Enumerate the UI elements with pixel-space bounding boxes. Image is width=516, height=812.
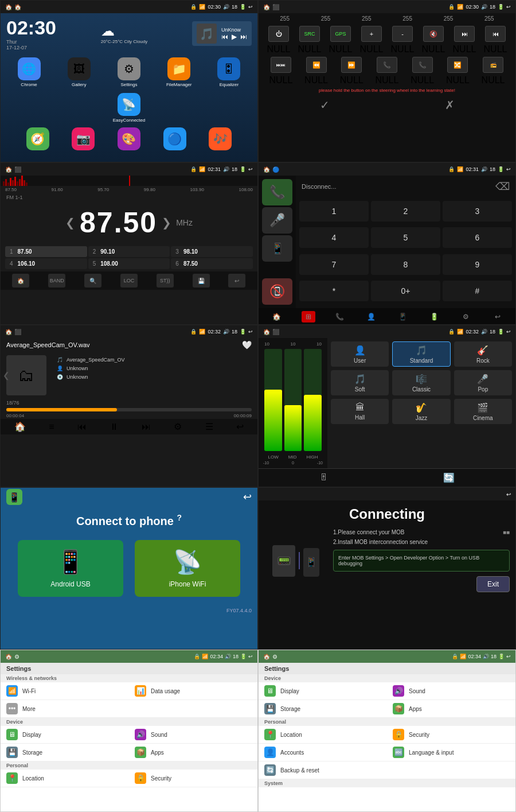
apps-item-9[interactable]: 📦 Apps bbox=[129, 744, 257, 762]
data-usage-item[interactable]: 📊 Data usage bbox=[129, 682, 257, 700]
apps-item-10[interactable]: 📦 Apps bbox=[387, 700, 515, 718]
bt-battery-btn[interactable]: 🔋 bbox=[428, 311, 441, 323]
prev-btn[interactable]: ⏮ bbox=[221, 33, 228, 41]
sound-item-9[interactable]: 🔊 Sound bbox=[129, 726, 257, 744]
dock-bluetooth[interactable]: 🔵 bbox=[163, 127, 186, 150]
sw-gps-btn[interactable]: GPS bbox=[330, 26, 351, 42]
android-usb-option[interactable]: 📱 Android USB bbox=[18, 540, 123, 597]
bt-back-btn[interactable]: ↩ bbox=[491, 311, 505, 323]
app-gallery[interactable]: 🖼 Gallery bbox=[56, 57, 101, 87]
eq-preset-user[interactable]: 👤 User bbox=[331, 341, 389, 367]
more-item[interactable]: ••• More bbox=[1, 700, 257, 718]
sw-mute-btn[interactable]: 🔇 bbox=[423, 26, 444, 42]
app-filemanager[interactable]: 📁 FileManager bbox=[157, 57, 202, 87]
bt-settings-btn[interactable]: ⚙ bbox=[459, 311, 473, 323]
radio-save-btn[interactable]: 💾 bbox=[193, 274, 210, 287]
dial-7[interactable]: 7 bbox=[299, 254, 369, 275]
location-item-9[interactable]: 📍 Location bbox=[1, 770, 129, 787]
music-pause-btn[interactable]: ⏸ bbox=[110, 422, 119, 432]
dial-8[interactable]: 8 bbox=[371, 254, 440, 275]
next-btn[interactable]: ⏭ bbox=[240, 33, 247, 41]
eq-slider-high[interactable] bbox=[304, 349, 322, 451]
storage-item-10[interactable]: 💾 Storage bbox=[259, 700, 387, 718]
eq-slider-low[interactable] bbox=[264, 349, 282, 451]
eq-preset-soft[interactable]: 🎵 Soft bbox=[331, 370, 389, 395]
dock-maps[interactable]: 🧭 bbox=[26, 127, 49, 150]
eq-swap-btn[interactable]: 🔄 bbox=[443, 472, 455, 483]
bt-contacts-btn[interactable]: 👤 bbox=[365, 311, 378, 323]
sound-item-10[interactable]: 🔊 Sound bbox=[387, 682, 515, 700]
bt-hangup-btn[interactable]: 📵 bbox=[262, 278, 292, 305]
music-queue-btn[interactable]: ☰ bbox=[205, 421, 213, 432]
radio-search-btn[interactable]: 🔍 bbox=[84, 274, 101, 287]
preset-4[interactable]: 4 106.10 bbox=[5, 258, 87, 269]
music-heart-btn[interactable]: 🤍 bbox=[242, 340, 252, 349]
accounts-item-10[interactable]: 👤 Accounts bbox=[259, 744, 387, 762]
radio-band-btn[interactable]: BAND bbox=[48, 274, 65, 287]
app-easyconnected[interactable]: 📡 EasyConnected bbox=[113, 93, 145, 123]
bt-answer-btn[interactable]: 📞 bbox=[262, 179, 292, 205]
prev-album-btn[interactable]: ❮ bbox=[3, 371, 10, 380]
display-item-9[interactable]: 🖥 Display bbox=[1, 726, 129, 744]
music-list-btn[interactable]: ≡ bbox=[49, 422, 54, 432]
back-icon-8[interactable]: ↩ bbox=[506, 491, 511, 498]
bt-call-log-btn[interactable]: 📞 bbox=[333, 311, 347, 323]
sw-cancel-btn[interactable]: ✗ bbox=[445, 98, 455, 112]
dial-3[interactable]: 3 bbox=[443, 201, 512, 222]
bt-home-btn[interactable]: 🏠 bbox=[270, 311, 284, 323]
sw-prev-btn[interactable]: ⏮ bbox=[485, 26, 506, 42]
eq-slider-mid[interactable] bbox=[284, 349, 302, 451]
bt-grid-btn[interactable]: ⊞ bbox=[302, 311, 315, 323]
security-item-9[interactable]: 🔒 Security bbox=[129, 770, 257, 787]
dial-2[interactable]: 2 bbox=[371, 201, 440, 222]
sw-radio-btn[interactable]: 📻 bbox=[483, 57, 503, 73]
connecting-exit-btn[interactable]: Exit bbox=[476, 576, 510, 592]
freq-next-btn[interactable]: ❯ bbox=[162, 216, 171, 230]
eq-preset-rock[interactable]: 🎸 Rock bbox=[454, 341, 512, 367]
dock-camera[interactable]: 📷 bbox=[72, 127, 95, 150]
eq-preset-hall[interactable]: 🏛 Hall bbox=[331, 399, 389, 424]
dial-4[interactable]: 4 bbox=[299, 227, 369, 248]
preset-1[interactable]: 1 87.50 bbox=[5, 246, 87, 257]
dial-0[interactable]: 0+ bbox=[371, 281, 440, 301]
eq-preset-standard[interactable]: 🎵 Standard bbox=[392, 341, 450, 367]
eq-sliders[interactable] bbox=[262, 347, 324, 453]
bt-mic-btn[interactable]: 🎤 bbox=[262, 207, 292, 234]
connect-back-btn[interactable]: ↩ bbox=[243, 491, 252, 503]
preset-5[interactable]: 5 108.00 bbox=[88, 258, 170, 269]
radio-loc-btn[interactable]: LOC bbox=[120, 274, 138, 287]
dial-1[interactable]: 1 bbox=[299, 201, 369, 222]
radio-stereo-btn[interactable]: ST)) bbox=[157, 274, 174, 287]
eq-preset-classic[interactable]: 🎼 Classic bbox=[392, 370, 450, 395]
bt-phone-btn[interactable]: 📱 bbox=[396, 311, 410, 323]
sw-rew-btn[interactable]: ⏪ bbox=[306, 57, 327, 73]
radio-home-btn[interactable]: 🏠 bbox=[12, 274, 29, 287]
dial-9[interactable]: 9 bbox=[443, 254, 512, 275]
sw-vol-dn-btn[interactable]: - bbox=[392, 26, 413, 42]
language-item-10[interactable]: 🔤 Language & input bbox=[387, 744, 515, 762]
music-next-btn[interactable]: ⏭ bbox=[142, 422, 151, 432]
play-btn[interactable]: ▶ bbox=[232, 33, 237, 41]
wifi-item[interactable]: 📶 Wi-Fi bbox=[1, 682, 129, 700]
eq-preset-jazz[interactable]: 🎷 Jazz bbox=[392, 399, 450, 424]
storage-item-9[interactable]: 💾 Storage bbox=[1, 744, 129, 762]
app-equalizer[interactable]: 🎛 Equalizer bbox=[206, 57, 252, 87]
sw-confirm-btn[interactable]: ✓ bbox=[320, 98, 330, 112]
dock-music[interactable]: 🎶 bbox=[209, 127, 232, 150]
dial-star[interactable]: * bbox=[299, 281, 369, 301]
freq-prev-btn[interactable]: ❮ bbox=[65, 216, 75, 230]
preset-2[interactable]: 2 90.10 bbox=[88, 246, 170, 257]
bt-contact-btn[interactable]: 📱 bbox=[262, 235, 292, 262]
display-item-10[interactable]: 🖥 Display bbox=[259, 682, 387, 700]
preset-3[interactable]: 3 98.10 bbox=[171, 246, 253, 257]
music-settings-btn[interactable]: ⚙ bbox=[174, 421, 182, 432]
app-chrome[interactable]: 🌐 Chrome bbox=[6, 57, 52, 87]
sw-next-btn[interactable]: ⏭ bbox=[454, 26, 475, 42]
sw-src-btn[interactable]: SRC bbox=[299, 26, 320, 42]
iphone-wifi-option[interactable]: 📡 iPhone WiFi bbox=[135, 540, 240, 597]
sw-vol-up-btn[interactable]: + bbox=[361, 26, 382, 42]
music-progress-bar[interactable] bbox=[6, 408, 252, 411]
sw-ff-btn[interactable]: ⏭⏭ bbox=[271, 57, 291, 73]
sw-shuffle-btn[interactable]: 🔀 bbox=[447, 57, 468, 73]
bt-backspace-btn[interactable]: ⌫ bbox=[495, 180, 510, 193]
